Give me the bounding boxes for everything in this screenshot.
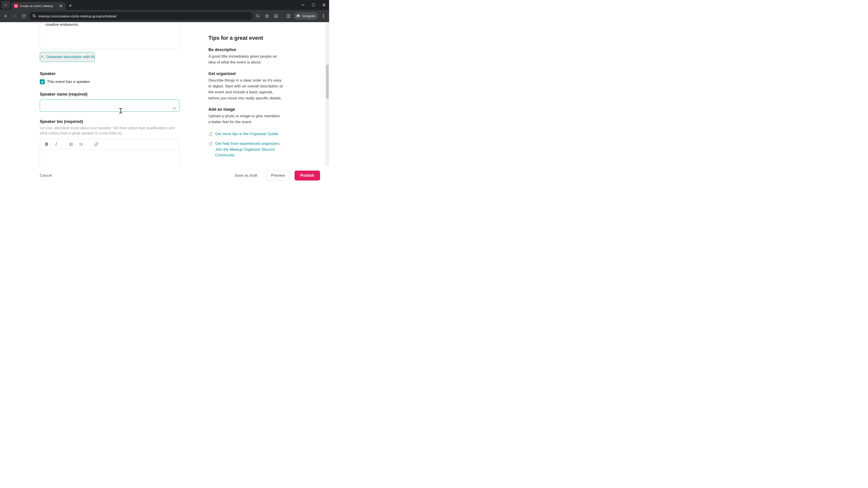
side-panel-icon[interactable] bbox=[285, 12, 292, 20]
window-minimize[interactable] bbox=[298, 0, 308, 10]
speaker-bio-hint: Let your attendees know about your speak… bbox=[40, 125, 180, 136]
footer-bar: Cancel Save as draft Preview Publish bbox=[0, 166, 329, 184]
tip-title: Add an image bbox=[209, 107, 283, 112]
form-column: creative endeavors. Generate description… bbox=[40, 22, 180, 166]
sparkle-icon bbox=[40, 55, 44, 59]
site-settings-icon[interactable] bbox=[32, 14, 36, 19]
external-link-icon bbox=[209, 141, 213, 146]
rte-italic-button[interactable]: I bbox=[52, 140, 60, 148]
scrollbar-thumb[interactable] bbox=[326, 65, 329, 98]
preview-button[interactable]: Preview bbox=[266, 170, 290, 181]
meetup-favicon: m bbox=[14, 4, 18, 8]
generate-ai-button[interactable]: Generate description with AI bbox=[40, 52, 95, 62]
tip-body: A good title immediately gives people an… bbox=[209, 54, 283, 66]
page: creative endeavors. Generate description… bbox=[0, 22, 329, 184]
browser-toolbar: meetup.com/creative-circle-meetup-group/… bbox=[0, 10, 329, 22]
svg-point-6 bbox=[323, 17, 324, 18]
tab-close[interactable] bbox=[59, 4, 63, 8]
tips-link-2: Get help from experienced organizers. Jo… bbox=[209, 141, 283, 158]
tab-title: Create an event | Meetup bbox=[20, 4, 57, 8]
speaker-name-input-wrap: 80 bbox=[40, 99, 180, 111]
svg-point-2 bbox=[256, 14, 259, 17]
incognito-badge[interactable]: Incognito bbox=[293, 12, 318, 20]
description-editor[interactable]: creative endeavors. bbox=[40, 22, 180, 49]
svg-point-8 bbox=[70, 144, 70, 145]
reload-button[interactable] bbox=[20, 12, 28, 20]
page-content: creative endeavors. Generate description… bbox=[0, 22, 329, 166]
search-icon[interactable] bbox=[254, 12, 262, 20]
extensions-icon[interactable] bbox=[272, 12, 280, 20]
speaker-checkbox-row[interactable]: This event has a speaker bbox=[40, 79, 180, 84]
speaker-name-input[interactable] bbox=[43, 100, 166, 111]
tips-link-organizer-guide[interactable]: Get more tips in the Organizer Guide bbox=[215, 131, 278, 137]
tip-block: Get organized Describe things in a clear… bbox=[209, 71, 283, 101]
tips-heading: Tips for a great event bbox=[209, 35, 283, 41]
svg-rect-3 bbox=[287, 14, 290, 18]
tips-link-discord[interactable]: Get help from experienced organizers. Jo… bbox=[215, 141, 283, 158]
speaker-checkbox-label: This event has a speaker bbox=[47, 79, 90, 84]
browser-menu-icon[interactable] bbox=[320, 12, 327, 20]
svg-point-9 bbox=[70, 145, 70, 146]
save-draft-button[interactable]: Save as draft bbox=[235, 173, 257, 178]
tips-link-1: Get more tips in the Organizer Guide bbox=[209, 131, 283, 137]
tab-strip: m Create an event | Meetup bbox=[0, 0, 329, 10]
speaker-bio-label: Speaker bio (required) bbox=[40, 119, 180, 124]
rte-bullet-list-button[interactable] bbox=[67, 140, 76, 148]
speaker-section-title: Speaker bbox=[40, 71, 180, 76]
new-tab-button[interactable] bbox=[67, 2, 74, 9]
tip-block: Add an image Upload a photo or image to … bbox=[209, 107, 283, 125]
svg-point-4 bbox=[323, 14, 324, 15]
forward-button[interactable] bbox=[11, 12, 19, 20]
rte-numbered-list-button[interactable]: 123 bbox=[76, 140, 85, 148]
toolbar-separator bbox=[282, 13, 282, 19]
rte-link-button[interactable] bbox=[92, 140, 101, 148]
speaker-checkbox[interactable] bbox=[40, 79, 45, 84]
tip-title: Get organized bbox=[209, 71, 283, 76]
tip-title: Be descriptive bbox=[209, 47, 283, 52]
window-maximize[interactable] bbox=[308, 0, 319, 10]
url-text: meetup.com/creative-circle-meetup-group/… bbox=[38, 14, 250, 18]
speaker-name-label: Speaker name (required) bbox=[40, 92, 180, 97]
generate-ai-label: Generate description with AI bbox=[46, 55, 94, 59]
rte-toolbar: B I 123 bbox=[40, 139, 179, 150]
svg-point-5 bbox=[323, 16, 324, 17]
address-bar[interactable]: meetup.com/creative-circle-meetup-group/… bbox=[29, 12, 253, 20]
svg-point-7 bbox=[70, 143, 70, 144]
tip-body: Describe things in a clear order so it's… bbox=[209, 77, 283, 101]
incognito-label: Incognito bbox=[302, 14, 315, 18]
tab-search-dropdown[interactable] bbox=[1, 1, 10, 9]
bookmark-icon[interactable] bbox=[263, 12, 271, 20]
tip-body: Upload a photo or image to give members … bbox=[209, 113, 283, 125]
window-close[interactable] bbox=[319, 0, 329, 10]
publish-button[interactable]: Publish bbox=[294, 170, 320, 181]
text-cursor-icon bbox=[121, 108, 121, 113]
svg-text:3: 3 bbox=[79, 145, 80, 146]
cancel-button[interactable]: Cancel bbox=[40, 173, 52, 178]
window-controls bbox=[298, 0, 329, 10]
tab-active[interactable]: m Create an event | Meetup bbox=[11, 2, 66, 10]
check-icon bbox=[40, 80, 44, 84]
tip-block: Be descriptive A good title immediately … bbox=[209, 47, 283, 66]
scrollbar-track[interactable] bbox=[326, 22, 329, 166]
rte-bold-button[interactable]: B bbox=[42, 140, 51, 148]
tips-column: Tips for a great event Be descriptive A … bbox=[209, 22, 283, 166]
description-visible-text: creative endeavors. bbox=[45, 22, 174, 28]
back-button[interactable] bbox=[2, 12, 9, 20]
speaker-name-char-count: 80 bbox=[173, 107, 176, 110]
external-link-icon bbox=[209, 132, 213, 136]
